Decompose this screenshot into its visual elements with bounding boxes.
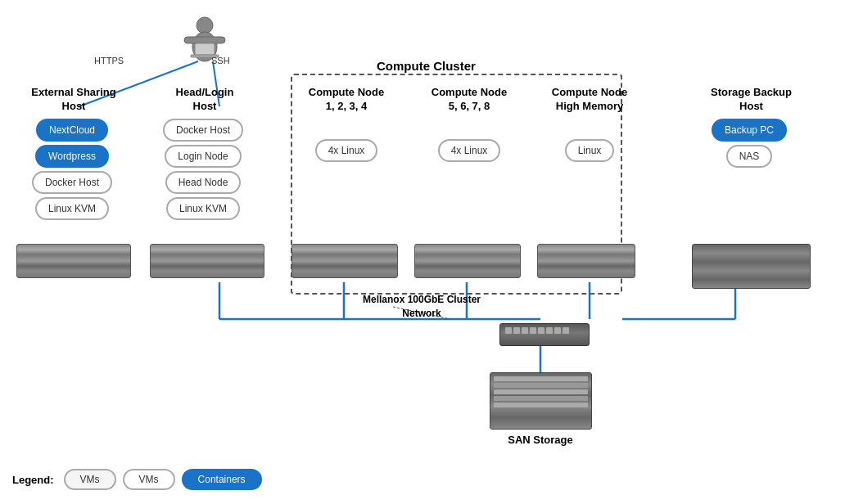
backup-server-rack [692, 244, 811, 289]
wordpress-badge: Wordpress [35, 145, 109, 168]
compute1-label: Compute Node1, 2, 3, 4 [293, 86, 400, 114]
docker-host-badge-ext: Docker Host [32, 171, 112, 194]
compute3-label: Compute NodeHigh Memory [536, 86, 643, 114]
san-storage-rack [490, 372, 592, 430]
compute-cluster-label: Compute Cluster [377, 59, 476, 73]
login-node-badge: Login Node [165, 145, 241, 168]
san-label: SAN Storage [491, 434, 590, 446]
legend-containers: Containers [182, 469, 262, 490]
compute1-linux-badge: 4x Linux [315, 139, 378, 162]
linux-kvm-badge-head: Linux KVM [166, 197, 240, 220]
backup-label: Storage BackupHost [692, 86, 811, 114]
compute1-server-rack [291, 244, 398, 278]
docker-host-badge-head: Docker Host [163, 119, 243, 142]
svg-rect-13 [184, 37, 225, 43]
legend-vms-2: VMs [123, 469, 175, 490]
external-host-stack: NextCloud Wordpress Docker Host Linux KV… [15, 119, 129, 220]
compute2-label: Compute Node5, 6, 7, 8 [416, 86, 522, 114]
ssh-label: SSH [211, 56, 230, 65]
external-host-label: External SharingHost [16, 86, 131, 114]
linux-kvm-badge-ext: Linux KVM [35, 197, 109, 220]
compute1-stack: 4x Linux [293, 139, 400, 162]
backup-pc-badge: Backup PC [712, 119, 787, 142]
network-label: Mellanox 100GbE Cluster Network [356, 293, 487, 321]
https-label: HTTPS [94, 56, 124, 65]
compute2-server-rack [414, 244, 521, 278]
legend-vms-1: VMs [64, 469, 116, 490]
head-host-stack: Docker Host Login Node Head Node Linux K… [150, 119, 256, 220]
backup-stack: Backup PC NAS [696, 119, 802, 168]
compute2-stack: 4x Linux [416, 139, 522, 162]
head-server-rack [150, 244, 264, 278]
external-server-rack [16, 244, 131, 278]
nas-badge: NAS [726, 145, 773, 168]
compute2-linux-badge: 4x Linux [438, 139, 501, 162]
compute3-server-rack [537, 244, 635, 278]
svg-rect-14 [195, 43, 215, 55]
nextcloud-badge: NextCloud [36, 119, 108, 142]
head-host-label: Head/LoginHost [151, 86, 258, 114]
infrastructure-diagram: HTTPS SSH Compute Cluster External Shari… [0, 0, 845, 504]
svg-point-11 [197, 17, 213, 34]
network-switch [499, 323, 590, 346]
head-node-badge: Head Node [165, 171, 242, 194]
compute3-stack: Linux [540, 139, 639, 162]
compute3-linux-badge: Linux [565, 139, 615, 162]
legend-label: Legend: [12, 474, 54, 486]
legend-area: Legend: VMs VMs Containers [12, 465, 262, 494]
